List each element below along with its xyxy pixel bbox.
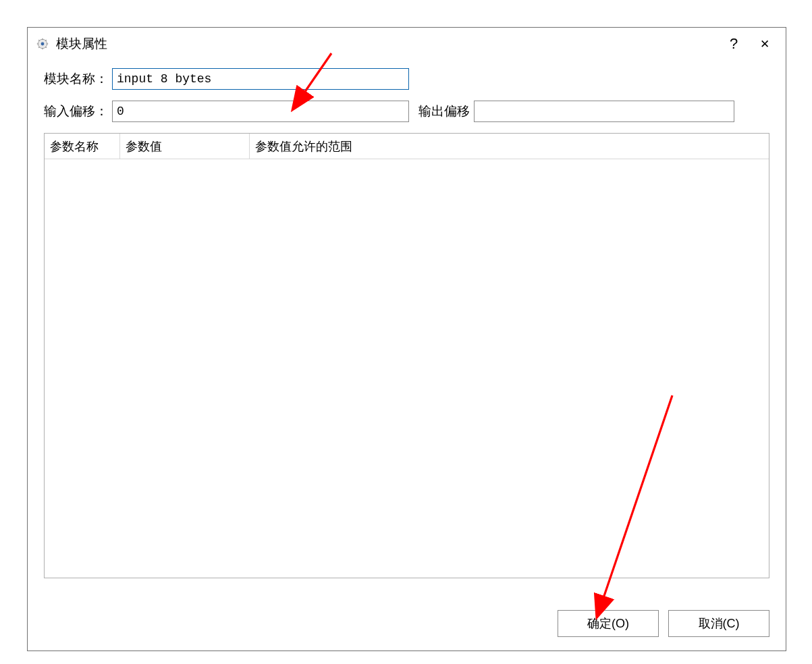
table-header-param-name[interactable]: 参数名称 [45,134,120,159]
parameters-table: 参数名称 参数值 参数值允许的范围 [44,133,769,578]
dialog-title: 模块属性 [56,35,107,53]
table-header-param-range[interactable]: 参数值允许的范围 [250,134,769,159]
svg-line-7 [45,47,47,48]
form-area: 模块名称： 输入偏移： 输出偏移 [28,60,786,122]
help-button[interactable]: ? [718,34,749,54]
ok-button[interactable]: 确定(O) [558,610,659,637]
module-name-label: 模块名称： [44,70,108,88]
table-header-param-value[interactable]: 参数值 [120,134,250,159]
cancel-button[interactable]: 取消(C) [668,610,769,637]
gear-icon [36,37,49,51]
output-offset-input[interactable] [474,101,734,122]
input-offset-input[interactable] [112,101,409,122]
titlebar: 模块属性 ? ✕ [28,28,786,60]
output-offset-label: 输出偏移 [418,103,470,120]
svg-point-1 [41,43,45,46]
svg-line-9 [45,40,47,41]
module-properties-dialog: 模块属性 ? ✕ 模块名称： 输入偏移： 输出偏移 参数名称 参数值 参数值允许… [27,27,786,651]
close-button[interactable]: ✕ [749,34,780,54]
module-name-row: 模块名称： [44,68,769,90]
svg-line-8 [38,47,40,48]
dialog-buttons: 确定(O) 取消(C) [558,610,769,637]
svg-line-6 [38,40,40,41]
input-offset-label: 输入偏移： [44,103,108,120]
table-header: 参数名称 参数值 参数值允许的范围 [45,134,769,159]
offset-row: 输入偏移： 输出偏移 [44,101,769,122]
module-name-input[interactable] [112,68,409,90]
